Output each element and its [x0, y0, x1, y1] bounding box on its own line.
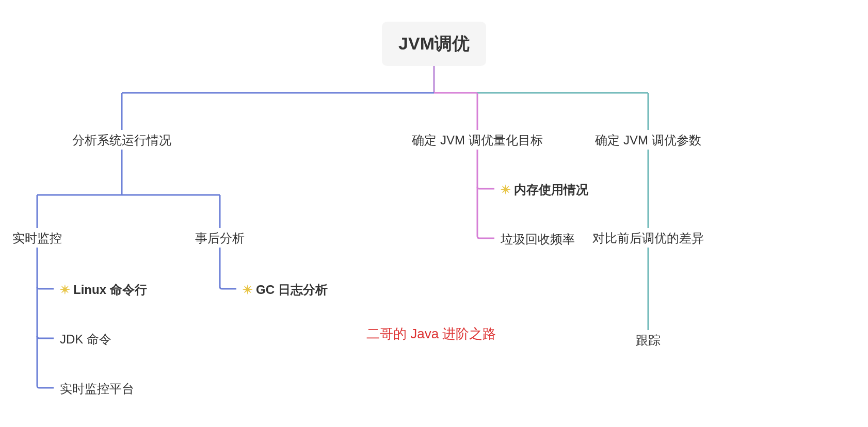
- leaf-label: Linux 命令行: [73, 283, 147, 297]
- star-icon: ✴: [60, 283, 70, 297]
- node-post-analysis: 事后分析: [195, 230, 245, 247]
- leaf-memory-usage: ✴内存使用情况: [501, 182, 588, 198]
- watermark-label: 二哥的 Java 进阶之路: [366, 326, 496, 341]
- leaf-realtime-platform: 实时监控平台: [60, 381, 134, 397]
- leaf-label: GC 日志分析: [256, 283, 328, 297]
- leaf-linux-cli: ✴Linux 命令行: [60, 282, 147, 298]
- root-node: JVM调优: [382, 22, 486, 66]
- leaf-jdk-cmd: JDK 命令: [60, 331, 111, 348]
- star-icon: ✴: [501, 183, 511, 196]
- node-label: 实时监控: [12, 231, 62, 245]
- leaf-label: 跟踪: [636, 333, 661, 347]
- leaf-label: 实时监控平台: [60, 382, 134, 396]
- node-compare-diff: 对比前后调优的差异: [592, 230, 704, 247]
- branch-label: 确定 JVM 调优量化目标: [412, 133, 542, 147]
- leaf-gc-log: ✴GC 日志分析: [243, 282, 328, 298]
- node-label: 对比前后调优的差异: [592, 231, 704, 245]
- node-label: 事后分析: [195, 231, 245, 245]
- leaf-track: 跟踪: [636, 332, 661, 349]
- branch-analyze-system: 分析系统运行情况: [72, 132, 171, 149]
- branch-quant-target: 确定 JVM 调优量化目标: [412, 132, 542, 149]
- leaf-gc-frequency: 垃圾回收频率: [501, 231, 575, 248]
- branch-tuning-params: 确定 JVM 调优参数: [595, 132, 701, 149]
- branch-label: 分析系统运行情况: [72, 133, 171, 147]
- leaf-label: 内存使用情况: [514, 183, 588, 196]
- leaf-label: 垃圾回收频率: [501, 232, 575, 246]
- branch-label: 确定 JVM 调优参数: [595, 133, 701, 147]
- root-label: JVM调优: [398, 34, 470, 53]
- watermark-text: 二哥的 Java 进阶之路: [366, 325, 496, 343]
- leaf-label: JDK 命令: [60, 332, 111, 346]
- node-realtime-monitor: 实时监控: [12, 230, 62, 247]
- star-icon: ✴: [243, 283, 253, 297]
